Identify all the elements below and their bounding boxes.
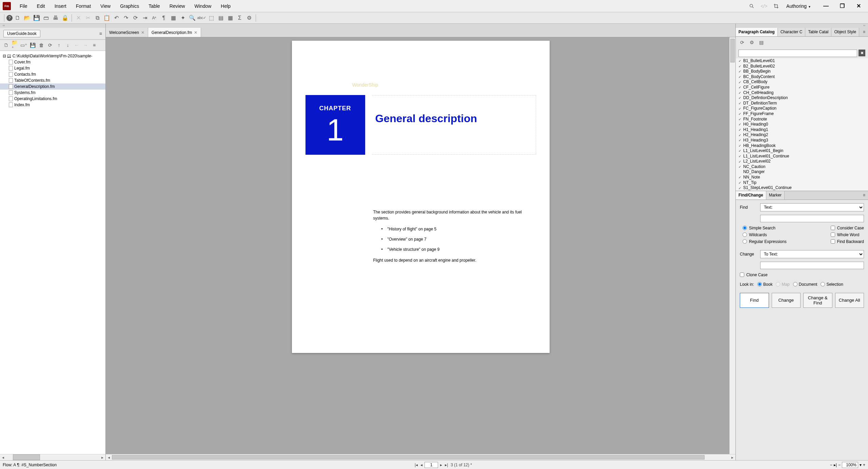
close-button[interactable]: ✕ (852, 1, 865, 11)
panel-tab[interactable]: Paragraph Catalog (736, 28, 778, 36)
anchored-icon[interactable]: ▦ (169, 14, 178, 22)
simple-search-radio[interactable]: Simple Search (743, 226, 787, 230)
move-down-icon[interactable]: ↓ (64, 42, 71, 49)
clear-search-icon[interactable]: ✖ (859, 50, 865, 56)
catalog-item[interactable]: ✓H3_Heading3 (736, 138, 868, 143)
spellcheck-icon[interactable]: abc✓ (197, 14, 206, 22)
tree-item[interactable]: Systems.fm (0, 90, 105, 96)
tree-item[interactable]: Cover.fm (0, 59, 105, 65)
document-vscroll[interactable] (729, 37, 735, 454)
print-icon[interactable]: 🖶 (51, 14, 60, 22)
panel-tab[interactable]: Find/Change (736, 191, 766, 200)
catalog-item[interactable]: ✓NN_Note (736, 175, 868, 180)
catalog-item[interactable]: ✓DD_DefintionDescription (736, 95, 868, 101)
tree-item[interactable]: OperatingLimitations.fm (0, 96, 105, 102)
catalog-list[interactable]: ✓B1_BulletLevel01✓B2_BulletLevel02✓BB_Bo… (736, 58, 868, 191)
change-type-select[interactable]: To Text: (760, 250, 864, 258)
new-file-icon[interactable]: 🗋 (13, 14, 22, 22)
book-root[interactable]: ⊟ 🕮 C:\Kuldip\Data\Work\temp\Fm-2020\sam… (0, 53, 105, 59)
trash-icon[interactable]: 🗑 (38, 42, 45, 49)
move-left-icon[interactable]: ← (73, 42, 80, 49)
change-button[interactable]: Change (772, 293, 801, 308)
menu-graphics[interactable]: Graphics (115, 1, 144, 11)
open-icon[interactable]: 📂 (23, 14, 32, 22)
find-icon[interactable]: 🔍 (188, 14, 197, 22)
save-icon[interactable]: 💾 (32, 14, 41, 22)
catalog-item[interactable]: ND_Danger (736, 169, 868, 175)
menu-help[interactable]: Help (216, 1, 235, 11)
textframe-icon[interactable]: ▤ (216, 14, 225, 22)
menu-format[interactable]: Format (71, 1, 96, 11)
update-icon[interactable]: ⟳ (47, 42, 54, 49)
panel-menu-icon[interactable]: ≡ (860, 191, 868, 200)
cut-icon[interactable]: ✂ (83, 14, 92, 22)
zoom-in-icon[interactable]: − (838, 463, 841, 467)
catalog-item[interactable]: ✓S1_StepLevel01_Continue (736, 185, 868, 191)
save-book-icon[interactable]: 💾 (29, 42, 36, 49)
catalog-item[interactable]: ✓B1_BulletLevel01 (736, 58, 868, 64)
catalog-item[interactable]: ✓FN_Footnote (736, 117, 868, 122)
repeat-icon[interactable]: ⟳ (131, 14, 140, 22)
regex-radio[interactable]: Regular Expressions (743, 239, 787, 244)
change-input[interactable] (760, 262, 864, 269)
find-button[interactable]: Find (740, 293, 769, 308)
catalog-item[interactable]: ✓NT_Tip (736, 180, 868, 186)
restore-button[interactable]: ❐ (835, 1, 849, 11)
symbols-icon[interactable]: ✦ (178, 14, 187, 22)
body-text[interactable]: The section provides general background … (373, 209, 536, 263)
gear-icon[interactable]: ⚙ (748, 39, 755, 46)
catalog-item[interactable]: ✓L2_ListLevel02 (736, 159, 868, 164)
find-type-select[interactable]: Text: (760, 203, 864, 211)
document-tab[interactable]: GeneralDescription.fm✕ (148, 28, 201, 37)
panel-menu-icon[interactable]: ≡ (99, 31, 102, 36)
last-page-icon[interactable]: ▸| (444, 463, 449, 467)
whole-word-check[interactable]: Whole Word (831, 232, 864, 237)
catalog-item[interactable]: ✓HB_HeadingBook (736, 143, 868, 149)
zoom-input[interactable] (842, 462, 858, 468)
tree-item[interactable]: Legal.fm (0, 65, 105, 71)
catalog-item[interactable]: ✓DT_DefinitionTerm (736, 101, 868, 106)
undo-icon[interactable]: ↶ (112, 14, 121, 22)
paste-icon[interactable]: 📋 (102, 14, 111, 22)
lookin-selection[interactable]: Selection (821, 282, 843, 287)
borders-icon[interactable]: ⬚ (207, 14, 216, 22)
tree-item[interactable]: Contacts.fm (0, 71, 105, 77)
catalog-item[interactable]: ✓H2_Heading2 (736, 132, 868, 138)
move-right-icon[interactable]: → (82, 42, 89, 49)
catalog-search-input[interactable] (738, 50, 857, 57)
change-find-button[interactable]: Change & Find (803, 293, 832, 308)
equation-icon[interactable]: Σ (235, 14, 244, 22)
move-up-icon[interactable]: ↑ (56, 42, 62, 49)
panel-tab[interactable]: Character C (778, 28, 806, 36)
menu-table[interactable]: Table (144, 1, 164, 11)
tree-item[interactable]: TableOfContents.fm (0, 77, 105, 83)
book-hscroll[interactable]: ◂▸ (0, 454, 105, 460)
options-icon[interactable]: ⚙ (245, 14, 254, 22)
xref-link[interactable]: "Vehicle structure" on page 9 (381, 246, 536, 252)
lookin-book[interactable]: Book (757, 282, 772, 287)
menu-insert[interactable]: Insert (50, 1, 71, 11)
panel-menu-icon[interactable]: ≡ (860, 28, 868, 36)
wildcards-radio[interactable]: Wildcards (743, 232, 787, 237)
add-folder-icon[interactable]: 📁⁺ (12, 42, 18, 49)
panel-collapse-left[interactable]: ‹‹ (0, 24, 105, 28)
search-icon[interactable] (747, 1, 756, 11)
panel-tab[interactable]: Table Catal (805, 28, 831, 36)
prev-page-icon[interactable]: ◂ (420, 463, 423, 467)
copy-icon[interactable]: ⧉ (93, 14, 102, 22)
panel-tab[interactable]: Marker (766, 191, 785, 200)
lookin-map[interactable]: Map (776, 282, 789, 287)
help-icon[interactable]: ? (6, 15, 13, 21)
catalog-item[interactable]: ✓B2_BulletLevel02 (736, 64, 868, 69)
find-backward-check[interactable]: Find Backward (831, 239, 864, 244)
catalog-item[interactable]: ✓CF_CellFigure (736, 85, 868, 90)
body-paragraph[interactable]: Flight used to depend on an aircraft eng… (373, 257, 536, 263)
menu-view[interactable]: View (96, 1, 115, 11)
catalog-item[interactable]: ✓H0_Heading0 (736, 122, 868, 127)
intro-paragraph[interactable]: The section provides general background … (373, 209, 536, 221)
catalog-item[interactable]: ✓FF_FigureFrame (736, 111, 868, 117)
document-hscroll[interactable]: ◂▸ (106, 454, 735, 460)
refresh-icon[interactable]: ⟳ (738, 39, 746, 46)
xref-link[interactable]: "History of flight" on page 5 (381, 226, 536, 232)
zoom-out-icon[interactable]: − (830, 463, 832, 467)
